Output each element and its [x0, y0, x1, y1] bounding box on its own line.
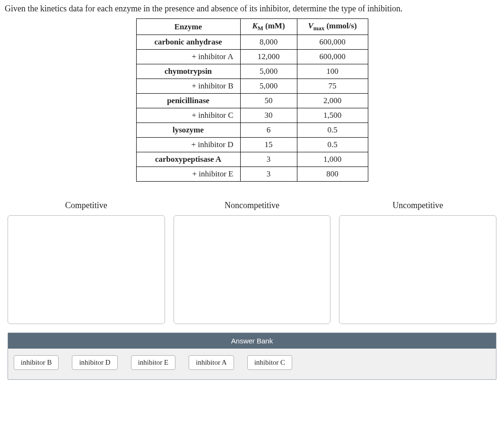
drop-areas: Competitive Noncompetitive Uncompetitive [8, 201, 496, 324]
table-row: penicillinase502,000 [136, 94, 368, 108]
vmax-cell: 0.5 [297, 138, 368, 152]
answer-chip[interactable]: inhibitor E [131, 355, 176, 370]
header-km: KM (mM) [240, 19, 297, 35]
answer-bank-title: Answer Bank [8, 333, 496, 349]
vmax-cell: 1,000 [297, 152, 368, 167]
answer-bank: Answer Bank inhibitor Binhibitor Dinhibi… [8, 333, 496, 380]
answer-chip[interactable]: inhibitor A [189, 355, 234, 370]
answer-chip[interactable]: inhibitor C [247, 355, 292, 370]
table-row: + inhibitor A12,000600,000 [136, 50, 368, 64]
inhibitor-cell: + inhibitor C [136, 108, 240, 123]
km-cell: 8,000 [240, 35, 297, 50]
table-row: carboxypeptisase A31,000 [136, 152, 368, 167]
answer-chip[interactable]: inhibitor D [72, 355, 117, 370]
inhibitor-cell: + inhibitor D [136, 138, 240, 152]
table-row: chymotrypsin5,000100 [136, 64, 368, 79]
answer-chip[interactable]: inhibitor B [14, 355, 59, 370]
km-cell: 15 [240, 138, 297, 152]
table-row: + inhibitor E3800 [136, 167, 368, 182]
vmax-cell: 2,000 [297, 94, 368, 108]
enzyme-name-cell: penicillinase [136, 94, 240, 108]
table-row: + inhibitor C301,500 [136, 108, 368, 123]
inhibitor-cell: + inhibitor B [136, 79, 240, 94]
km-cell: 50 [240, 94, 297, 108]
drop-label-noncompetitive: Noncompetitive [225, 201, 279, 210]
enzyme-name-cell: carboxypeptisase A [136, 152, 240, 167]
question-prompt: Given the kinetics data for each enzyme … [5, 4, 499, 14]
header-vmax: Vmax (mmol/s) [297, 19, 368, 35]
drop-zone-uncompetitive[interactable] [339, 215, 496, 324]
km-cell: 3 [240, 152, 297, 167]
drop-zone-competitive[interactable] [8, 215, 165, 324]
table-row: + inhibitor D150.5 [136, 138, 368, 152]
enzyme-name-cell: chymotrypsin [136, 64, 240, 79]
table-row: lysozyme60.5 [136, 123, 368, 138]
vmax-cell: 800 [297, 167, 368, 182]
km-cell: 30 [240, 108, 297, 123]
vmax-cell: 600,000 [297, 50, 368, 64]
header-enzyme: Enzyme [136, 19, 240, 35]
drop-label-competitive: Competitive [65, 201, 107, 210]
table-row: carbonic anhydrase8,000600,000 [136, 35, 368, 50]
km-cell: 5,000 [240, 79, 297, 94]
table-row: + inhibitor B5,00075 [136, 79, 368, 94]
enzyme-name-cell: carbonic anhydrase [136, 35, 240, 50]
answer-bank-body: inhibitor Binhibitor Dinhibitor Einhibit… [8, 349, 496, 379]
kinetics-table: Enzyme KM (mM) Vmax (mmol/s) carbonic an… [136, 18, 368, 182]
enzyme-name-cell: lysozyme [136, 123, 240, 138]
kinetics-table-body: carbonic anhydrase8,000600,000+ inhibito… [136, 35, 368, 182]
km-cell: 5,000 [240, 64, 297, 79]
km-cell: 12,000 [240, 50, 297, 64]
drop-label-uncompetitive: Uncompetitive [392, 201, 443, 210]
km-cell: 6 [240, 123, 297, 138]
vmax-cell: 100 [297, 64, 368, 79]
inhibitor-cell: + inhibitor E [136, 167, 240, 182]
vmax-cell: 600,000 [297, 35, 368, 50]
inhibitor-cell: + inhibitor A [136, 50, 240, 64]
vmax-cell: 75 [297, 79, 368, 94]
vmax-cell: 0.5 [297, 123, 368, 138]
drop-zone-noncompetitive[interactable] [174, 215, 331, 324]
km-cell: 3 [240, 167, 297, 182]
vmax-cell: 1,500 [297, 108, 368, 123]
